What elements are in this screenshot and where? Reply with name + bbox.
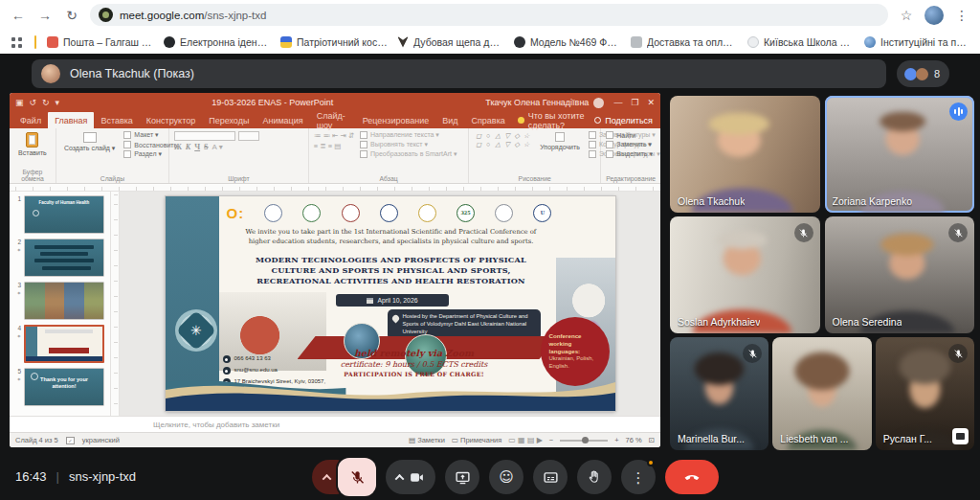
browser-menu-icon[interactable]: ⋮ xyxy=(953,8,970,23)
ppt-account-avatar xyxy=(593,98,604,108)
align-text-button: Выровнять текст ▾ xyxy=(360,141,457,148)
back-icon[interactable]: ← xyxy=(10,8,27,23)
address-bar[interactable]: meet.google.com/sns-xjnp-txd xyxy=(90,4,888,26)
captions-button[interactable] xyxy=(533,460,568,494)
select-icon xyxy=(606,150,613,158)
participants-pill[interactable]: 8 xyxy=(897,60,949,87)
slide-counter: Слайд 4 из 5 xyxy=(15,436,58,444)
participant-mini-avatar xyxy=(904,68,917,80)
bookmark-item[interactable]: Пошта – Галгаш Ру... xyxy=(44,34,157,50)
location-pin-icon xyxy=(390,314,400,324)
font-size-box xyxy=(238,131,259,141)
ppt-window-controls: — ❐ ✕ xyxy=(613,98,655,107)
fit-slide-icon: ⊡ xyxy=(649,436,655,444)
smartart-button: Преобразовать в SmartArt ▾ xyxy=(360,150,457,158)
raise-hand-button[interactable] xyxy=(577,460,612,494)
ribbon-group-clipboard: Вставить Буфер обмена xyxy=(10,128,56,183)
close-icon: ✕ xyxy=(647,98,655,107)
bookmark-item[interactable]: Київська Школа Де... xyxy=(745,34,858,50)
ribbon-group-drawing: ◻○△▽◇☆◻○△▽◇☆ Упорядочить Заливка фигуры … xyxy=(469,128,601,183)
browser-profile-avatar[interactable] xyxy=(924,6,944,25)
participant-name: Soslan Adyrkhaiev xyxy=(678,316,760,328)
reload-icon[interactable]: ↻ xyxy=(63,8,80,23)
bookmark-favicon xyxy=(864,36,876,48)
ribbon-group-slides: Создать слайд ▾ Макет ▾ Восстановить Раз… xyxy=(56,128,169,183)
participant-mini-avatar xyxy=(916,68,928,80)
find-icon xyxy=(606,131,613,139)
meeting-code: sns-xjnp-txd xyxy=(69,469,136,484)
bookmark-favicon xyxy=(631,36,642,48)
ppt-title-bar: ▣ ↺ ↻ ▾ 19-03-2026 ENAS - PowerPoint Тка… xyxy=(10,93,660,112)
select-button: Выделить ▾ xyxy=(606,150,656,158)
bookmark-item[interactable]: Інституційні та про... xyxy=(861,34,974,50)
ppt-account: Ткачук Олена Геннадіївна xyxy=(485,98,604,108)
ppt-account-name: Ткачук Олена Геннадіївна xyxy=(485,98,589,107)
italic-button: К xyxy=(186,143,190,151)
present-button[interactable] xyxy=(445,460,479,494)
end-call-button[interactable] xyxy=(665,460,719,494)
poster-conference-title: MODERN TECHNOLOGIES AND PROSPECTS OF PHY… xyxy=(223,255,560,286)
bookmarks-bar: Пошта – Галгаш Ру... Електронна іденти..… xyxy=(0,30,980,54)
shapes-gallery: ◻○△▽◇☆◻○△▽◇☆ xyxy=(474,131,531,148)
mic-mute-button[interactable] xyxy=(338,458,376,496)
tile-zoriana-karpenko[interactable]: Zoriana Karpenko xyxy=(825,96,975,213)
find-button: Найти xyxy=(606,131,656,139)
more-options-button[interactable]: ⋮ xyxy=(621,460,656,494)
emoji-button[interactable]: ☺ xyxy=(489,460,523,494)
camera-control-group[interactable] xyxy=(386,460,435,494)
notes-toggle: ▤ Заметки xyxy=(409,436,445,444)
bookmark-item[interactable]: Доставка та оплата... xyxy=(628,34,741,50)
presenter-banner[interactable]: Olena Tkachuk (Показ) xyxy=(32,59,886,88)
ppt-tab-slideshow: Слайд-шоу xyxy=(310,112,356,128)
tile-olena-tkachuk[interactable]: Olena Tkachuk xyxy=(670,96,820,213)
reset-icon xyxy=(123,141,131,148)
participant-name: Olena Seredina xyxy=(833,316,902,328)
bookmark-item[interactable]: Дубовая щепа для... xyxy=(394,34,507,50)
tile-ruslan[interactable]: Руслан Г... xyxy=(876,337,974,450)
ppt-tell-me: Что вы хотите сделать? xyxy=(518,112,595,128)
tile-olena-seredina[interactable]: Olena Seredina xyxy=(825,216,975,333)
minimize-icon: — xyxy=(613,98,622,107)
bookmark-item[interactable]: Патріотичний кост... xyxy=(278,34,390,50)
bookmark-item[interactable]: Модель №469 Фур... xyxy=(511,34,624,50)
bookmark-favicon xyxy=(397,36,409,48)
group-label: Рисование xyxy=(474,174,595,182)
meet-favicon xyxy=(99,8,113,22)
apps-grid-icon[interactable] xyxy=(11,36,23,48)
group-label: Шрифт xyxy=(174,174,303,182)
partner-logo xyxy=(495,204,513,222)
slide-canvas: ✳ O: 325 U We invite you to take part in… xyxy=(120,192,660,416)
mic-muted-icon xyxy=(794,223,813,242)
poster-bottom-waves xyxy=(166,373,615,411)
tile-marinella[interactable]: Marinella Bur... xyxy=(670,337,768,450)
bookmark-star-icon[interactable]: ☆ xyxy=(898,8,915,23)
bookmark-favicon xyxy=(514,36,525,48)
section-icon xyxy=(123,150,131,158)
forward-icon[interactable]: → xyxy=(36,8,54,23)
call-controls: ☺ ⋮ xyxy=(312,459,719,495)
tile-soslan-adyrkhaiev[interactable]: Soslan Adyrkhaiev xyxy=(670,216,820,333)
tile-liesbeth[interactable]: Liesbeth van ... xyxy=(772,337,871,450)
group-label: Слайды xyxy=(61,174,164,182)
ppt-tab-home: Главная xyxy=(48,112,94,128)
bookmark-favicon xyxy=(164,36,175,48)
meet-bottom-bar: 16:43 | sns-xjnp-txd ☺ ⋮ xyxy=(0,453,980,500)
slide-thumbnail-panel: 1 Faculty of Human Health 2✦ 3✦ xyxy=(10,192,111,416)
group-label: Абзац xyxy=(314,174,463,182)
arrange-icon xyxy=(555,132,565,142)
new-slide-button: Создать слайд ▾ xyxy=(61,131,118,153)
ppt-tab-view: Вид xyxy=(435,112,464,128)
restore-icon: ❐ xyxy=(631,98,638,107)
camera-icon xyxy=(409,469,425,486)
replace-icon xyxy=(606,141,613,148)
bookmark-item[interactable]: Електронна іденти... xyxy=(161,34,274,50)
group-label: Буфер обмена xyxy=(14,168,51,182)
mic-options-button[interactable] xyxy=(312,460,341,494)
shared-screen-powerpoint[interactable]: ▣ ↺ ↻ ▾ 19-03-2026 ENAS - PowerPoint Тка… xyxy=(10,93,660,447)
url-path: /sns-xjnp-txd xyxy=(204,10,266,21)
poster-host-pill: Hosted by the Department of Physical Cul… xyxy=(388,309,541,340)
hand-icon xyxy=(587,469,602,485)
group-label: Редактирование xyxy=(606,174,656,182)
slide-thumbnail: 1 Faculty of Human Health xyxy=(11,195,108,234)
person-icon xyxy=(594,117,601,124)
